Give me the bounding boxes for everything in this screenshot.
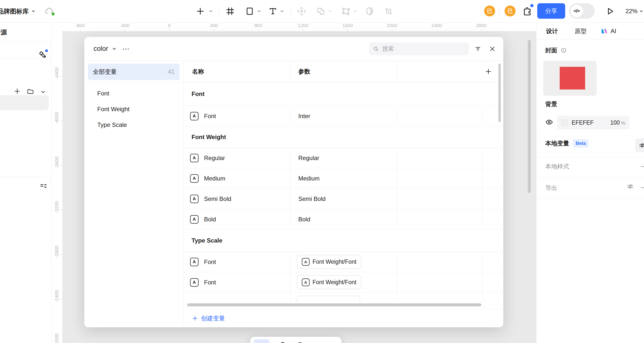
text-tool-chevron[interactable] (280, 0, 284, 22)
dialog-left-nav: 全部变量 41 Font Font Weight Type Scale (84, 61, 184, 327)
all-variables-item[interactable]: 全部变量 41 (88, 63, 180, 80)
chevron-down-icon[interactable] (40, 89, 46, 95)
present-play-icon[interactable] (606, 0, 614, 22)
text-variable-icon: A (190, 215, 198, 224)
search-box[interactable] (369, 42, 469, 55)
ruler-label: -800 (75, 23, 85, 28)
select-tool-active[interactable] (254, 339, 270, 343)
ruler-label: -2800 (54, 251, 60, 258)
search-icon (373, 46, 379, 52)
dev-mode-toggle[interactable]: </> (569, 3, 595, 19)
nav-group-font[interactable]: Font (84, 85, 184, 101)
ruler-label: 1200 (298, 23, 308, 28)
info-icon[interactable] (561, 47, 567, 53)
add-variable-icon[interactable] (485, 68, 492, 75)
plugin-notification-dot (530, 4, 534, 7)
nav-group-font-weight[interactable]: Font Weight (84, 101, 184, 117)
collaborator-avatar[interactable]: 已 (484, 5, 495, 16)
zoom-level-control[interactable]: 22% (626, 0, 644, 22)
horizontal-ruler: -800 -400 0 400 800 1200 1600 2000 2400 … (52, 22, 536, 31)
vector-node-tool-button (341, 0, 351, 22)
tab-design[interactable]: 设计 (546, 27, 558, 35)
top-toolbar: 品牌图标库 (0, 0, 644, 23)
layer-sort-icon[interactable] (40, 182, 48, 190)
collaborator-avatar[interactable]: 已 (504, 5, 516, 16)
collection-name: color (94, 45, 108, 53)
nav-group-type-scale[interactable]: Type Scale (84, 117, 184, 133)
more-menu-button[interactable]: ⋯ (122, 44, 130, 53)
text-tool-button[interactable] (268, 0, 277, 22)
background-fill-control[interactable]: EFEFEF 100 % (557, 116, 629, 130)
group-header: Type Scale (184, 230, 503, 252)
search-input[interactable] (382, 45, 458, 52)
tab-prototype[interactable]: 原型 (575, 27, 587, 35)
variable-row[interactable]: A Regular Regular (184, 148, 503, 168)
canvas-vertical-scrollbar[interactable] (528, 40, 531, 193)
variable-row[interactable]: A Bold Bold (184, 209, 503, 230)
close-icon[interactable] (487, 43, 498, 54)
percent-sign: % (621, 120, 625, 126)
text-variable-icon: A (190, 112, 198, 120)
ruler-label: 400 (210, 23, 218, 28)
share-button[interactable]: 分享 (537, 3, 565, 19)
text-variable-icon: A (190, 195, 198, 203)
variable-row[interactable]: A Medium Medium (184, 168, 503, 189)
text-variable-icon: A (190, 278, 198, 287)
notification-dot (45, 49, 48, 52)
ruler-label: -400 (120, 23, 130, 28)
group-header: Font Weight (184, 126, 503, 148)
inspector-tabs: 设计 原型 AI (536, 22, 644, 40)
table-vertical-scrollbar[interactable] (498, 63, 501, 122)
table-header-row: 名称 参数 (184, 61, 503, 82)
chevron-down-icon (112, 46, 117, 51)
color-swatch[interactable] (561, 119, 568, 126)
insert-tool-button[interactable] (196, 0, 205, 22)
comment-tool-icon[interactable] (296, 341, 304, 343)
collection-selector[interactable]: color (94, 45, 117, 53)
vertical-ruler: -4400 -4000 -3600 -3200 -2800 -2400 -200… (52, 22, 62, 343)
column-header-params: 参数 (290, 67, 310, 75)
vector-tool-chevron (353, 0, 358, 22)
shape-tool-chevron[interactable] (257, 0, 262, 22)
export-settings-sliders-icon[interactable] (626, 182, 634, 190)
export-label: 导出 (545, 184, 557, 192)
table-horizontal-scrollbar[interactable] (187, 303, 482, 306)
document-title: 品牌图标库 (0, 7, 29, 15)
open-variables-icon-button[interactable] (635, 138, 644, 152)
insert-tool-chevron[interactable] (208, 0, 213, 22)
ruler-label: 2800 (476, 23, 486, 28)
folder-icon[interactable] (27, 88, 34, 95)
variable-row[interactable]: A Font Inter (184, 106, 503, 126)
local-variables-row[interactable]: 本地变量 Beta (545, 139, 589, 148)
variable-row[interactable]: A Font A Font Weight/Font (184, 252, 503, 272)
create-variable-button[interactable]: 创建变量 (184, 309, 503, 327)
background-section-label: 背景 (545, 100, 557, 108)
variable-row[interactable]: A Semi Bold Semi Bold (184, 189, 503, 209)
hand-tool-icon[interactable] (278, 341, 287, 343)
filter-icon[interactable] (472, 43, 483, 54)
group-header: Font (184, 82, 503, 106)
variable-reference-chip[interactable]: A Font Weight/Font (297, 275, 362, 289)
frame-tool-button[interactable] (226, 0, 235, 22)
tab-ai[interactable]: AI (600, 27, 616, 35)
ruler-label: -2400 (54, 296, 60, 302)
plugin-icon[interactable] (522, 0, 532, 22)
selected-page-item[interactable] (0, 95, 49, 110)
variable-reference-chip[interactable]: A Font Weight/Font (297, 255, 362, 269)
visibility-eye-icon[interactable] (545, 118, 553, 126)
fill-hex-value[interactable]: EFEFEF (572, 119, 594, 126)
ruler-label: -4400 (54, 73, 60, 79)
cover-thumbnail[interactable] (543, 61, 596, 96)
document-title-menu[interactable]: 品牌图标库 (0, 0, 36, 22)
fill-opacity-value[interactable]: 100 (610, 119, 620, 126)
left-sidebar: 资源 (0, 22, 52, 343)
variable-row[interactable]: A Font A Font Weight/Font (184, 272, 503, 293)
shape-tool-button[interactable] (245, 0, 254, 22)
local-variables-label: 本地变量 (545, 139, 569, 147)
variables-dialog: color ⋯ 全部变量 41 Font Font Weight T (84, 37, 503, 327)
text-variable-icon: A (302, 258, 310, 266)
cover-artwork (560, 67, 585, 89)
dialog-header: color ⋯ (84, 37, 503, 61)
add-page-icon[interactable] (14, 88, 21, 95)
variable-chip-partial (297, 296, 360, 302)
